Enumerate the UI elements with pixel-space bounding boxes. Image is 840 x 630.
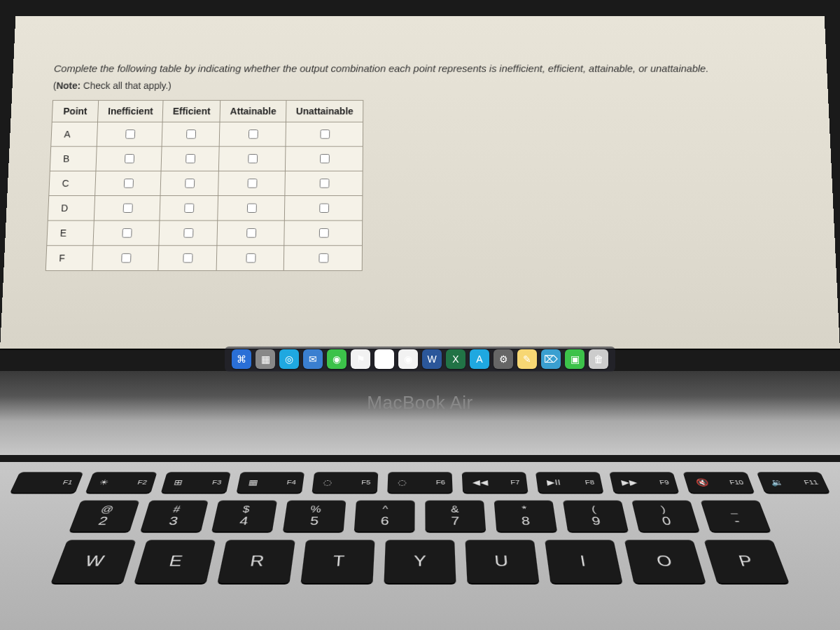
- checkbox-C-attainable[interactable]: [247, 178, 257, 188]
- checkbox-B-efficient[interactable]: [186, 154, 195, 163]
- key-f11: 🔉F11: [757, 472, 830, 493]
- table-row: A: [51, 122, 363, 146]
- checkbox-A-efficient[interactable]: [186, 130, 196, 139]
- checkbox-cell: [96, 146, 162, 171]
- checkbox-C-efficient[interactable]: [185, 178, 195, 188]
- checkbox-cell: [160, 195, 218, 220]
- checkbox-cell: [284, 245, 362, 270]
- dock-maps-icon[interactable]: ⚑: [351, 349, 370, 369]
- point-label: B: [50, 146, 97, 171]
- key-9: (9: [563, 500, 629, 532]
- table-row: D: [48, 195, 363, 220]
- checkbox-cell: [95, 171, 162, 195]
- key-0: )0: [631, 500, 699, 532]
- screen-content: Complete the following table by indicati…: [0, 16, 840, 350]
- checkbox-D-unattainable[interactable]: [319, 203, 329, 212]
- dock-mail-icon[interactable]: ✉: [303, 349, 323, 369]
- key-symbol-icon: 🔉: [769, 478, 784, 486]
- dock-appstore-icon[interactable]: A: [470, 349, 489, 369]
- checkbox-E-efficient[interactable]: [184, 228, 194, 238]
- col-header-unattainable: Unattainable: [286, 100, 363, 122]
- checkbox-E-attainable[interactable]: [246, 228, 256, 238]
- dock-chrome-icon[interactable]: ◉: [398, 349, 418, 369]
- key-f9: ▶▶F9: [609, 472, 679, 493]
- dock-facetime-icon[interactable]: ▣: [565, 349, 584, 369]
- dock-excel-icon[interactable]: X: [446, 349, 465, 369]
- checkbox-cell: [92, 245, 159, 270]
- key-p: P: [704, 540, 789, 583]
- key-2: @2: [69, 500, 140, 532]
- checkbox-cell: [217, 220, 284, 246]
- key-label: F7: [510, 479, 520, 486]
- checkbox-cell: [219, 146, 286, 171]
- checkbox-D-efficient[interactable]: [184, 203, 194, 212]
- macos-dock: ⌘▦◎✉◉⚑✿◉WXA⚙✎⌦▣🗑: [225, 346, 615, 372]
- key-symbol-icon: ◌: [398, 478, 407, 486]
- checkbox-cell: [159, 220, 218, 246]
- key-symbol-icon: ◀◀: [472, 478, 488, 486]
- key-f3: ⊞F3: [161, 472, 231, 493]
- checkbox-cell: [218, 171, 286, 195]
- dock-notes-icon[interactable]: ✎: [517, 349, 537, 369]
- checkbox-B-attainable[interactable]: [248, 154, 258, 163]
- checkbox-cell: [162, 122, 220, 146]
- key-f10: 🔇F10: [682, 472, 754, 493]
- dock-safari-icon[interactable]: ◎: [279, 349, 299, 369]
- key-5: %5: [283, 500, 346, 532]
- key-symbol-icon: ▶II: [546, 478, 561, 486]
- key-label: F4: [286, 479, 296, 486]
- key-f2: ☀F2: [85, 472, 157, 493]
- point-label: D: [48, 195, 94, 220]
- key-y: Y: [384, 540, 456, 583]
- checkbox-F-efficient[interactable]: [183, 253, 193, 262]
- checkbox-cell: [284, 220, 363, 246]
- key-label: F3: [211, 479, 222, 486]
- checkbox-cell: [220, 122, 286, 146]
- checkbox-B-unattainable[interactable]: [320, 154, 330, 163]
- key-u: U: [465, 540, 539, 583]
- col-header-efficient: Efficient: [162, 100, 220, 122]
- note-text: (Note: Check all that apply.): [53, 80, 788, 90]
- checkbox-A-unattainable[interactable]: [320, 130, 330, 139]
- key-symbol-icon: ▦: [248, 478, 259, 486]
- checkbox-A-attainable[interactable]: [248, 130, 258, 139]
- key-label: F11: [803, 479, 819, 486]
- key-symbol-icon: ⊞: [173, 478, 184, 486]
- dock-settings-icon[interactable]: ⚙: [493, 349, 513, 369]
- checkbox-D-attainable[interactable]: [247, 203, 257, 212]
- dock-trash-icon[interactable]: 🗑: [589, 349, 608, 369]
- key-7: &7: [425, 500, 486, 532]
- checkbox-cell: [216, 245, 284, 270]
- checkbox-C-unattainable[interactable]: [319, 178, 329, 188]
- col-header-attainable: Attainable: [220, 100, 286, 122]
- checkbox-A-inefficient[interactable]: [125, 130, 135, 139]
- key-symbol-icon: ☀: [98, 478, 111, 486]
- dock-finder-icon[interactable]: ⌘: [232, 349, 251, 369]
- table-row: F: [46, 245, 362, 270]
- checkbox-C-inefficient[interactable]: [123, 178, 133, 188]
- checkbox-cell: [285, 171, 363, 195]
- checkbox-F-unattainable[interactable]: [318, 253, 328, 262]
- dock-launchpad-icon[interactable]: ▦: [255, 349, 275, 369]
- dock-messages-icon[interactable]: ◉: [327, 349, 346, 369]
- key-f4: ▦F4: [237, 472, 304, 493]
- checkbox-F-inefficient[interactable]: [121, 253, 131, 262]
- checkbox-cell: [94, 195, 160, 220]
- checkbox-E-inefficient[interactable]: [122, 228, 132, 238]
- checkbox-B-inefficient[interactable]: [125, 154, 134, 163]
- laptop-model-label: MacBook Air: [367, 392, 472, 414]
- dock-preview-icon[interactable]: ⌦: [541, 349, 561, 369]
- checkbox-D-inefficient[interactable]: [122, 203, 132, 212]
- checkbox-cell: [97, 122, 162, 146]
- key-label: F6: [436, 479, 445, 486]
- key-w: W: [50, 540, 136, 583]
- checkbox-F-attainable[interactable]: [246, 253, 255, 262]
- point-label: A: [51, 122, 98, 146]
- classification-table: PointInefficientEfficientAttainableUnatt…: [46, 99, 364, 270]
- checkbox-E-unattainable[interactable]: [318, 228, 328, 238]
- key-r: R: [217, 540, 295, 583]
- key-o: O: [624, 540, 706, 583]
- dock-photos-icon[interactable]: ✿: [374, 349, 394, 369]
- dock-word-icon[interactable]: W: [422, 349, 442, 369]
- key-f7: ◀◀F7: [462, 472, 528, 493]
